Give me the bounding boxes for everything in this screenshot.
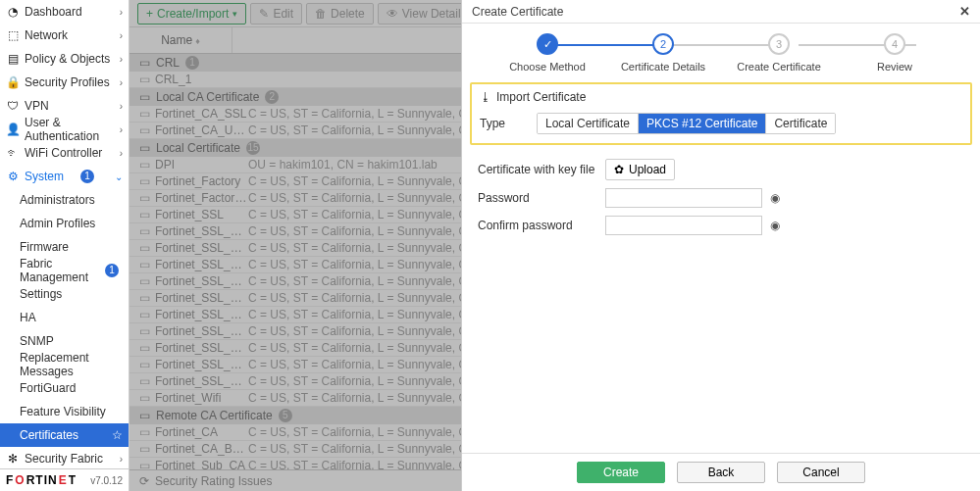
fabric-icon: ✻ bbox=[6, 452, 20, 466]
subnav-firmware[interactable]: Firmware bbox=[0, 235, 129, 259]
type-label: Type bbox=[480, 117, 527, 130]
modal-footer: Create Back Cancel bbox=[462, 453, 980, 491]
eye-icon[interactable]: ◉ bbox=[770, 191, 780, 205]
chevron-right-icon: › bbox=[120, 54, 123, 65]
subnav-ha[interactable]: HA bbox=[0, 306, 129, 329]
caret-down-icon: ▾ bbox=[232, 9, 237, 19]
sort-icon: ♦ bbox=[192, 36, 200, 46]
wizard-steps: ✓Choose Method 2Certificate Details 3Cre… bbox=[462, 24, 980, 78]
nav-policy[interactable]: ▤Policy & Objects› bbox=[0, 47, 129, 71]
subnav-featvis[interactable]: Feature Visibility bbox=[0, 400, 129, 423]
subnav-snmp[interactable]: SNMP bbox=[0, 329, 129, 353]
cert-icon: ▭ bbox=[139, 191, 151, 205]
confirm-password-label: Confirm password bbox=[478, 219, 605, 232]
check-icon: ✓ bbox=[537, 33, 558, 55]
cert-icon: ▭ bbox=[139, 324, 151, 338]
cert-icon: ▭ bbox=[139, 107, 151, 121]
cert-icon: ▭ bbox=[139, 241, 151, 255]
cert-icon: ▭ bbox=[139, 123, 151, 137]
create-button[interactable]: Create bbox=[577, 462, 665, 483]
cert-icon: ▭ bbox=[139, 308, 151, 321]
chevron-right-icon: › bbox=[120, 30, 123, 41]
version-label: v7.0.12 bbox=[90, 475, 123, 486]
chevron-right-icon: › bbox=[120, 454, 123, 465]
subnav-certificates[interactable]: Certificates☆ bbox=[0, 423, 129, 447]
subnav-administrators[interactable]: Administrators bbox=[0, 188, 129, 212]
subnav-settings[interactable]: Settings bbox=[0, 282, 129, 306]
subnav-fortiguard[interactable]: FortiGuard bbox=[0, 376, 129, 400]
modal-header: Create Certificate ✕ bbox=[462, 0, 980, 24]
nav-wifi[interactable]: ᯤWiFi Controller› bbox=[0, 141, 129, 165]
cert-icon: ▭ bbox=[139, 391, 151, 405]
subnav-fabricmgmt[interactable]: Fabric Management1 bbox=[0, 259, 129, 282]
cancel-button[interactable]: Cancel bbox=[777, 462, 865, 483]
close-icon[interactable]: ✕ bbox=[959, 4, 970, 19]
import-section: ⭳Import Certificate Type Local Certifica… bbox=[470, 82, 972, 145]
upload-button[interactable]: ✿Upload bbox=[605, 159, 675, 180]
create-import-button[interactable]: + Create/Import▾ bbox=[137, 3, 246, 25]
star-icon: ☆ bbox=[112, 428, 123, 442]
cert-icon: ▭ bbox=[139, 442, 151, 456]
cert-key-label: Certificate with key file bbox=[478, 163, 605, 176]
nav-userauth[interactable]: 👤User & Authentication› bbox=[0, 118, 129, 141]
seg-local[interactable]: Local Certificate bbox=[538, 114, 638, 133]
shield-icon: 🛡 bbox=[6, 99, 20, 113]
password-input[interactable] bbox=[605, 188, 762, 208]
nav-network[interactable]: ⬚Network› bbox=[0, 24, 129, 47]
nav-secprof[interactable]: 🔒Security Profiles› bbox=[0, 71, 129, 94]
delete-button[interactable]: 🗑 Delete bbox=[306, 3, 374, 25]
seg-cert[interactable]: Certificate bbox=[765, 114, 835, 133]
subnav-adminprofiles[interactable]: Admin Profiles bbox=[0, 212, 129, 235]
gear-icon: ⚙ bbox=[6, 170, 20, 183]
password-row: Password ◉ bbox=[478, 184, 964, 212]
type-row: Type Local Certificate PKCS #12 Certific… bbox=[480, 110, 962, 137]
document-icon: ▤ bbox=[6, 52, 20, 66]
step-line bbox=[542, 44, 659, 46]
type-segment: Local Certificate PKCS #12 Certificate C… bbox=[537, 113, 836, 134]
cert-icon: ▭ bbox=[139, 425, 151, 439]
lock-icon: 🔒 bbox=[6, 75, 20, 89]
chevron-right-icon: › bbox=[120, 7, 123, 18]
confirm-password-input[interactable] bbox=[605, 216, 762, 235]
cert-icon: ▭ bbox=[139, 73, 151, 86]
chevron-right-icon: › bbox=[120, 77, 123, 88]
chevron-right-icon: › bbox=[120, 124, 123, 135]
section-title: ⭳Import Certificate bbox=[480, 90, 962, 110]
confirm-password-row: Confirm password ◉ bbox=[478, 212, 964, 239]
modal-title: Create Certificate bbox=[472, 5, 563, 19]
brand-logo: FORTINET bbox=[6, 473, 77, 487]
cert-icon: ▭ bbox=[139, 158, 151, 172]
import-icon: ⭳ bbox=[480, 90, 491, 104]
nav-system[interactable]: ⚙System1⌄ bbox=[0, 165, 129, 188]
create-certificate-modal: Create Certificate ✕ ✓Choose Method 2Cer… bbox=[461, 0, 980, 491]
cube-icon: ⬚ bbox=[6, 28, 20, 42]
badge: 1 bbox=[105, 264, 119, 277]
badge: 1 bbox=[80, 170, 94, 183]
password-label: Password bbox=[478, 191, 605, 205]
cert-icon: ▭ bbox=[139, 258, 151, 271]
sidebar-footer: FORTINET v7.0.12 bbox=[0, 468, 129, 491]
cert-icon: ▭ bbox=[139, 208, 151, 221]
cert-icon: ▭ bbox=[139, 274, 151, 288]
th-name[interactable]: Name♦ bbox=[129, 27, 232, 53]
sidebar: ◔Dashboard› ⬚Network› ▤Policy & Objects›… bbox=[0, 0, 129, 491]
cert-icon: ▭ bbox=[139, 224, 151, 238]
nav-vpn[interactable]: 🛡VPN› bbox=[0, 94, 129, 118]
cert-icon: ▭ bbox=[139, 291, 151, 305]
edit-button[interactable]: ✎ Edit bbox=[250, 3, 302, 25]
nav-dashboard[interactable]: ◔Dashboard› bbox=[0, 0, 129, 24]
warn-icon: ⟳ bbox=[139, 474, 149, 488]
back-button[interactable]: Back bbox=[677, 462, 765, 483]
step-2: 2Certificate Details bbox=[605, 33, 721, 73]
cert-icon: ▭ bbox=[139, 341, 151, 355]
seg-pkcs12[interactable]: PKCS #12 Certificate bbox=[638, 114, 765, 133]
form-area: Certificate with key file ✿Upload Passwo… bbox=[462, 149, 980, 453]
nav-secfabric[interactable]: ✻Security Fabric› bbox=[0, 447, 129, 468]
step-1: ✓Choose Method bbox=[490, 33, 605, 73]
eye-icon[interactable]: ◉ bbox=[770, 219, 780, 232]
chevron-right-icon: › bbox=[120, 148, 123, 159]
subnav-replmsg[interactable]: Replacement Messages bbox=[0, 353, 129, 376]
chevron-right-icon: › bbox=[120, 101, 123, 112]
cert-key-row: Certificate with key file ✿Upload bbox=[478, 155, 964, 184]
chevron-down-icon: ⌄ bbox=[115, 172, 123, 182]
